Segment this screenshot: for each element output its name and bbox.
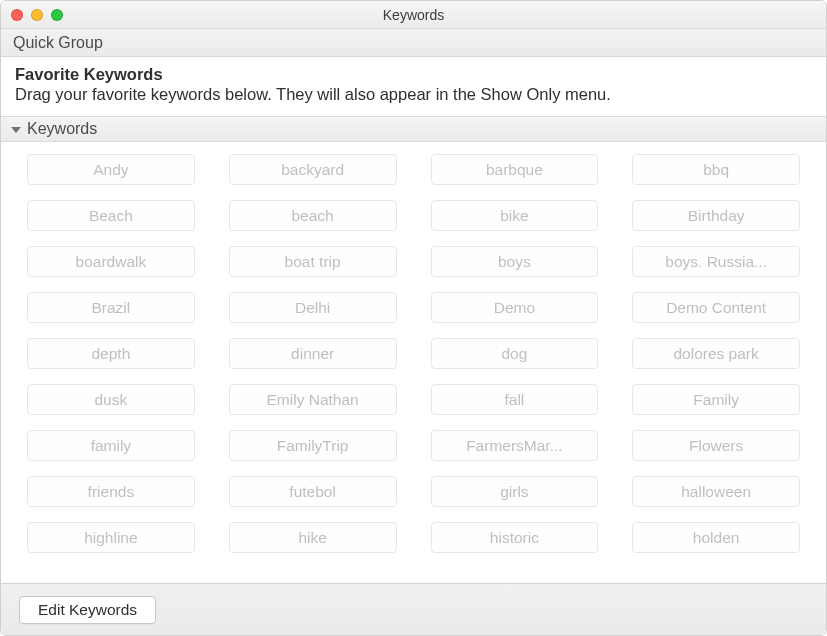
keyword-chip[interactable]: Andy	[27, 154, 195, 185]
keyword-label: backyard	[281, 161, 344, 179]
keywords-section-label: Keywords	[27, 120, 97, 138]
keyword-label: boys	[498, 253, 531, 271]
keyword-chip[interactable]: hike	[229, 522, 397, 553]
keyword-chip[interactable]: bike	[431, 200, 599, 231]
favorites-section: Favorite Keywords Drag your favorite key…	[1, 57, 826, 116]
keyword-chip[interactable]: futebol	[229, 476, 397, 507]
keyword-label: Andy	[93, 161, 128, 179]
favorites-description: Drag your favorite keywords below. They …	[15, 85, 812, 104]
keyword-chip[interactable]: Emily Nathan	[229, 384, 397, 415]
keyword-chip[interactable]: dinner	[229, 338, 397, 369]
keyword-chip[interactable]: Brazil	[27, 292, 195, 323]
keyword-label: barbque	[486, 161, 543, 179]
keyword-label: bbq	[703, 161, 729, 179]
keyword-label: depth	[91, 345, 130, 363]
keyword-label: futebol	[289, 483, 336, 501]
keywords-grid-container: AndybackyardbarbquebbqBeachbeachbikeBirt…	[1, 142, 826, 583]
keyword-label: dusk	[95, 391, 128, 409]
keyword-chip[interactable]: boys. Russia...	[632, 246, 800, 277]
edit-keywords-button[interactable]: Edit Keywords	[19, 596, 156, 624]
keyword-label: dolores park	[673, 345, 758, 363]
keyword-chip[interactable]: family	[27, 430, 195, 461]
traffic-lights	[1, 9, 63, 21]
keyword-label: hike	[298, 529, 326, 547]
keyword-chip[interactable]: Flowers	[632, 430, 800, 461]
keyword-chip[interactable]: barbque	[431, 154, 599, 185]
keyword-chip[interactable]: fall	[431, 384, 599, 415]
keyword-chip[interactable]: beach	[229, 200, 397, 231]
keyword-chip[interactable]: backyard	[229, 154, 397, 185]
keyword-label: friends	[88, 483, 135, 501]
keyword-chip[interactable]: friends	[27, 476, 195, 507]
keyword-chip[interactable]: Demo	[431, 292, 599, 323]
keyword-label: halloween	[681, 483, 751, 501]
keyword-chip[interactable]: dusk	[27, 384, 195, 415]
keyword-label: boat trip	[285, 253, 341, 271]
keyword-chip[interactable]: highline	[27, 522, 195, 553]
keyword-label: FamilyTrip	[277, 437, 349, 455]
keyword-chip[interactable]: FarmersMar...	[431, 430, 599, 461]
keyword-chip[interactable]: dolores park	[632, 338, 800, 369]
keywords-grid: AndybackyardbarbquebbqBeachbeachbikeBirt…	[27, 154, 800, 553]
keywords-section-header[interactable]: Keywords	[1, 116, 826, 142]
keyword-chip[interactable]: holden	[632, 522, 800, 553]
window-titlebar: Keywords	[1, 1, 826, 29]
keyword-label: boardwalk	[76, 253, 147, 271]
keyword-chip[interactable]: boys	[431, 246, 599, 277]
keyword-label: Brazil	[91, 299, 130, 317]
keyword-chip[interactable]: Demo Content	[632, 292, 800, 323]
keyword-label: boys. Russia...	[665, 253, 767, 271]
keyword-chip[interactable]: boardwalk	[27, 246, 195, 277]
zoom-icon[interactable]	[51, 9, 63, 21]
keyword-chip[interactable]: Family	[632, 384, 800, 415]
keyword-label: historic	[490, 529, 539, 547]
keyword-label: family	[91, 437, 131, 455]
quick-group-label: Quick Group	[13, 34, 103, 52]
keyword-label: dog	[501, 345, 527, 363]
keyword-chip[interactable]: Beach	[27, 200, 195, 231]
keyword-chip[interactable]: Birthday	[632, 200, 800, 231]
keyword-chip[interactable]: depth	[27, 338, 195, 369]
keyword-label: Demo	[494, 299, 535, 317]
keyword-label: Demo Content	[666, 299, 766, 317]
keyword-chip[interactable]: historic	[431, 522, 599, 553]
keyword-chip[interactable]: Delhi	[229, 292, 397, 323]
keyword-label: fall	[504, 391, 524, 409]
keyword-label: Beach	[89, 207, 133, 225]
chevron-down-icon	[11, 127, 21, 133]
keyword-label: Delhi	[295, 299, 330, 317]
keyword-chip[interactable]: girls	[431, 476, 599, 507]
keyword-label: Birthday	[688, 207, 745, 225]
keyword-chip[interactable]: dog	[431, 338, 599, 369]
edit-keywords-label: Edit Keywords	[38, 601, 137, 619]
keyword-label: bike	[500, 207, 528, 225]
keyword-label: Flowers	[689, 437, 743, 455]
keyword-chip[interactable]: boat trip	[229, 246, 397, 277]
keyword-label: FarmersMar...	[466, 437, 562, 455]
keyword-label: beach	[292, 207, 334, 225]
keyword-label: girls	[500, 483, 528, 501]
keyword-chip[interactable]: FamilyTrip	[229, 430, 397, 461]
keyword-chip[interactable]: halloween	[632, 476, 800, 507]
footer-bar: Edit Keywords	[1, 583, 826, 635]
close-icon[interactable]	[11, 9, 23, 21]
keyword-label: highline	[84, 529, 137, 547]
minimize-icon[interactable]	[31, 9, 43, 21]
keyword-chip[interactable]: bbq	[632, 154, 800, 185]
keyword-label: Family	[693, 391, 739, 409]
keyword-label: holden	[693, 529, 740, 547]
window-title: Keywords	[1, 7, 826, 23]
quick-group-bar: Quick Group	[1, 29, 826, 57]
favorites-title: Favorite Keywords	[15, 65, 812, 84]
keyword-label: dinner	[291, 345, 334, 363]
keyword-label: Emily Nathan	[267, 391, 359, 409]
